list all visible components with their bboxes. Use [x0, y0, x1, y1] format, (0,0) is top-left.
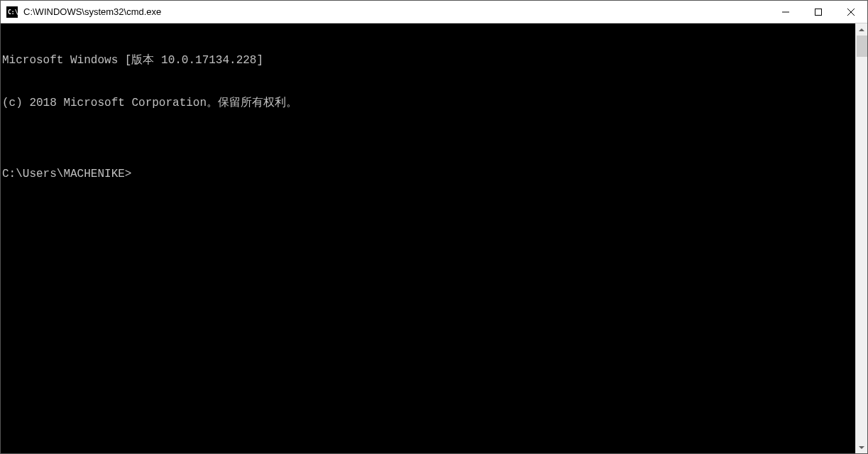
svg-rect-3 [815, 9, 822, 15]
console-wrap: Microsoft Windows [版本 10.0.17134.228] (c… [1, 23, 867, 453]
scroll-down-button[interactable] [856, 441, 867, 453]
window-controls [769, 1, 867, 23]
cmd-icon: C:\ [6, 6, 18, 18]
vertical-scrollbar[interactable] [855, 23, 867, 453]
console-output[interactable]: Microsoft Windows [版本 10.0.17134.228] (c… [1, 23, 855, 453]
window-title: C:\WINDOWS\system32\cmd.exe [23, 6, 769, 17]
scroll-up-button[interactable] [856, 23, 867, 36]
console-line-copyright: (c) 2018 Microsoft Corporation。保留所有权利。 [2, 96, 854, 110]
minimize-button[interactable] [769, 1, 802, 23]
console-line-version: Microsoft Windows [版本 10.0.17134.228] [2, 53, 854, 67]
scroll-thumb[interactable] [857, 36, 867, 57]
window-titlebar: C:\ C:\WINDOWS\system32\cmd.exe [1, 1, 867, 23]
maximize-button[interactable] [802, 1, 835, 23]
console-prompt-line: C:\Users\MACHENIKE> [2, 167, 854, 181]
close-button[interactable] [835, 1, 867, 23]
console-prompt: C:\Users\MACHENIKE> [2, 167, 131, 181]
svg-text:C:\: C:\ [8, 9, 18, 16]
